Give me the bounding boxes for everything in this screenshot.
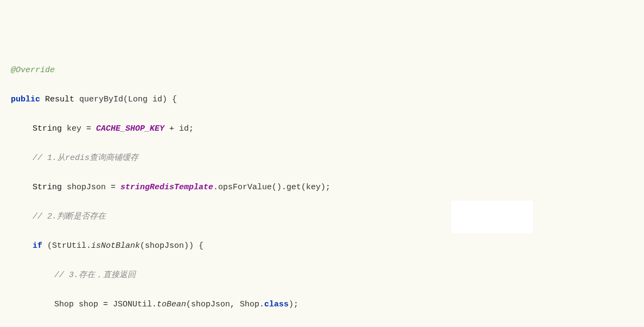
code-line-1: @Override [0, 63, 644, 78]
code-line-4: // 1.从redis查询商铺缓存 [0, 151, 644, 165]
code-line-7: if (StrUtil.isNotBlank(shopJson)) { [0, 239, 644, 253]
code-line-3: String key = CACHE_SHOP_KEY + id; [0, 121, 644, 136]
code-line-5: String shopJson = stringRedisTemplate.op… [0, 180, 644, 195]
white-overlay-box [451, 201, 533, 233]
code-line-9: Shop shop = JSONUtil.toBean(shopJson, Sh… [0, 297, 644, 312]
annotation-override: @Override [11, 66, 55, 75]
code-line-2: public Result queryById(Long id) { [0, 92, 644, 107]
code-line-6: // 2.判断是否存在 [0, 209, 644, 224]
code-line-8: // 3.存在，直接返回 [0, 268, 644, 283]
